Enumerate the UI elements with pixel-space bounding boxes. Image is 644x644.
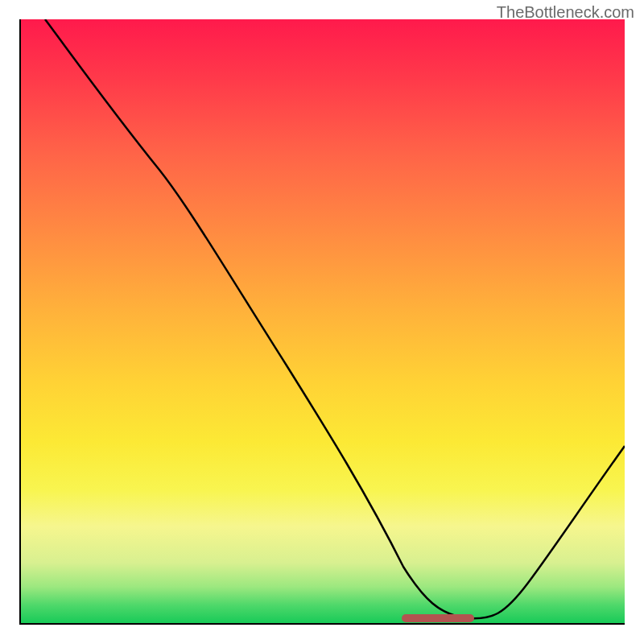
optimal-range-marker (402, 614, 474, 622)
curve-svg (21, 19, 625, 623)
bottleneck-curve (45, 19, 625, 618)
plot-area (19, 19, 625, 625)
